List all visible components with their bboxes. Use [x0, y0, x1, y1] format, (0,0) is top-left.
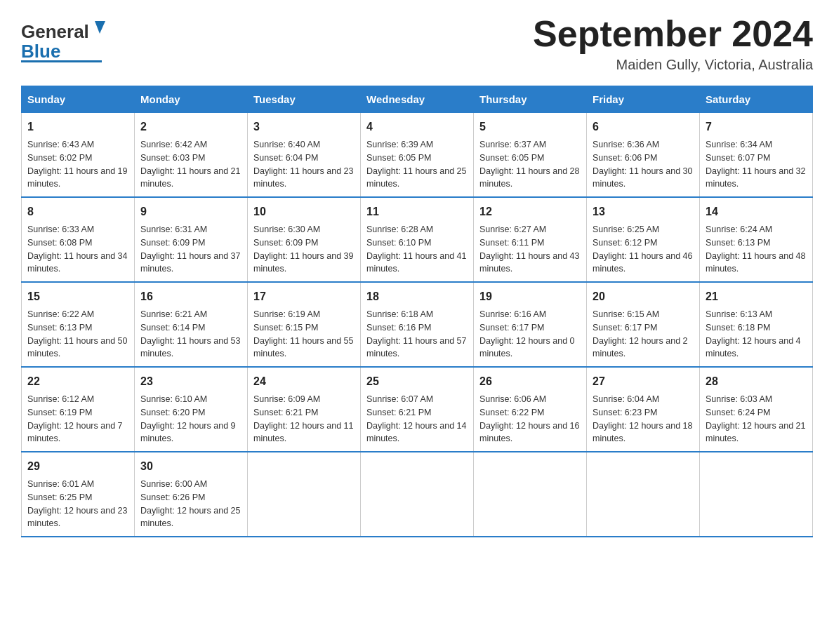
sunrise-info: Sunrise: 6:03 AM	[706, 394, 772, 404]
calendar-cell	[700, 452, 813, 537]
calendar-cell: 27Sunrise: 6:04 AMSunset: 6:23 PMDayligh…	[587, 367, 700, 452]
day-number: 12	[479, 203, 581, 220]
title-block: September 2024 Maiden Gully, Victoria, A…	[533, 14, 813, 73]
calendar-cell: 17Sunrise: 6:19 AMSunset: 6:15 PMDayligh…	[248, 282, 361, 367]
sunrise-info: Sunrise: 6:06 AM	[479, 394, 546, 404]
day-number: 17	[253, 288, 355, 305]
day-number: 26	[479, 373, 581, 390]
sunset-info: Sunset: 6:07 PM	[706, 153, 770, 163]
sunrise-info: Sunrise: 6:00 AM	[140, 479, 207, 489]
sunset-info: Sunset: 6:25 PM	[27, 492, 92, 502]
calendar-body: 1Sunrise: 6:43 AMSunset: 6:02 PMDaylight…	[22, 113, 813, 537]
day-number: 22	[27, 373, 128, 390]
sunset-info: Sunset: 6:22 PM	[479, 408, 544, 417]
sunrise-info: Sunrise: 6:04 AM	[593, 394, 659, 404]
day-number: 23	[140, 373, 241, 390]
sunrise-info: Sunrise: 6:16 AM	[479, 309, 546, 319]
sunrise-info: Sunrise: 6:07 AM	[366, 394, 433, 404]
daylight-info: Daylight: 11 hours and 30 minutes.	[593, 166, 692, 189]
calendar-cell: 10Sunrise: 6:30 AMSunset: 6:09 PMDayligh…	[248, 197, 361, 282]
daylight-info: Daylight: 11 hours and 50 minutes.	[27, 336, 127, 359]
daylight-info: Daylight: 12 hours and 9 minutes.	[140, 421, 236, 444]
calendar-week-0: 1Sunrise: 6:43 AMSunset: 6:02 PMDaylight…	[22, 113, 813, 198]
daylight-info: Daylight: 11 hours and 19 minutes.	[27, 166, 127, 189]
day-number: 5	[479, 119, 581, 135]
calendar-cell: 4Sunrise: 6:39 AMSunset: 6:05 PMDaylight…	[361, 113, 474, 198]
daylight-info: Daylight: 11 hours and 28 minutes.	[479, 166, 579, 189]
daylight-info: Daylight: 11 hours and 41 minutes.	[366, 251, 466, 274]
calendar-cell: 19Sunrise: 6:16 AMSunset: 6:17 PMDayligh…	[474, 282, 587, 367]
sunset-info: Sunset: 6:16 PM	[366, 323, 431, 333]
sunset-info: Sunset: 6:26 PM	[140, 492, 205, 502]
calendar-cell: 29Sunrise: 6:01 AMSunset: 6:25 PMDayligh…	[22, 452, 135, 537]
sunset-info: Sunset: 6:09 PM	[253, 238, 318, 248]
daylight-info: Daylight: 12 hours and 16 minutes.	[479, 421, 579, 444]
calendar-cell: 20Sunrise: 6:15 AMSunset: 6:17 PMDayligh…	[587, 282, 700, 367]
sunrise-info: Sunrise: 6:42 AM	[140, 140, 207, 149]
daylight-info: Daylight: 12 hours and 23 minutes.	[27, 506, 127, 529]
daylight-info: Daylight: 11 hours and 39 minutes.	[253, 251, 353, 274]
calendar-cell	[248, 452, 361, 537]
sunrise-info: Sunrise: 6:10 AM	[140, 394, 207, 404]
day-number: 1	[27, 119, 128, 135]
svg-marker-1	[95, 21, 105, 34]
calendar-cell: 5Sunrise: 6:37 AMSunset: 6:05 PMDaylight…	[474, 113, 587, 198]
day-number: 8	[27, 203, 128, 220]
calendar-cell: 13Sunrise: 6:25 AMSunset: 6:12 PMDayligh…	[587, 197, 700, 282]
sunset-info: Sunset: 6:03 PM	[140, 153, 205, 163]
sunrise-info: Sunrise: 6:13 AM	[706, 309, 772, 319]
sunrise-info: Sunrise: 6:18 AM	[366, 309, 433, 319]
daylight-info: Daylight: 11 hours and 48 minutes.	[706, 251, 805, 274]
day-number: 13	[593, 203, 694, 220]
calendar-cell: 18Sunrise: 6:18 AMSunset: 6:16 PMDayligh…	[361, 282, 474, 367]
sunset-info: Sunset: 6:24 PM	[706, 408, 770, 417]
day-number: 25	[366, 373, 468, 390]
daylight-info: Daylight: 11 hours and 32 minutes.	[706, 166, 805, 189]
sunset-info: Sunset: 6:23 PM	[593, 408, 657, 417]
sunrise-info: Sunrise: 6:22 AM	[27, 309, 94, 319]
calendar-cell: 30Sunrise: 6:00 AMSunset: 6:26 PMDayligh…	[135, 452, 248, 537]
calendar-cell: 25Sunrise: 6:07 AMSunset: 6:21 PMDayligh…	[361, 367, 474, 452]
logo-svg: General Blue	[21, 14, 105, 63]
sunrise-info: Sunrise: 6:31 AM	[140, 224, 207, 234]
svg-text:Blue: Blue	[21, 41, 60, 62]
sunset-info: Sunset: 6:04 PM	[253, 153, 318, 163]
sunrise-info: Sunrise: 6:39 AM	[366, 140, 433, 149]
day-number: 9	[140, 203, 241, 220]
day-number: 16	[140, 288, 241, 305]
sunset-info: Sunset: 6:02 PM	[27, 153, 92, 163]
daylight-info: Daylight: 11 hours and 46 minutes.	[593, 251, 692, 274]
day-number: 30	[140, 458, 241, 475]
sunset-info: Sunset: 6:21 PM	[366, 408, 431, 417]
sunrise-info: Sunrise: 6:25 AM	[593, 224, 659, 234]
calendar-week-1: 8Sunrise: 6:33 AMSunset: 6:08 PMDaylight…	[22, 197, 813, 282]
header-row: SundayMondayTuesdayWednesdayThursdayFrid…	[22, 86, 813, 113]
calendar-cell: 22Sunrise: 6:12 AMSunset: 6:19 PMDayligh…	[22, 367, 135, 452]
sunrise-info: Sunrise: 6:40 AM	[253, 140, 320, 149]
day-number: 7	[706, 119, 807, 135]
sunset-info: Sunset: 6:19 PM	[27, 408, 92, 417]
sunset-info: Sunset: 6:15 PM	[253, 323, 318, 333]
calendar-table: SundayMondayTuesdayWednesdayThursdayFrid…	[21, 86, 813, 537]
sunrise-info: Sunrise: 6:27 AM	[479, 224, 546, 234]
daylight-info: Daylight: 11 hours and 53 minutes.	[140, 336, 240, 359]
sunset-info: Sunset: 6:21 PM	[253, 408, 318, 417]
day-number: 27	[593, 373, 694, 390]
calendar-cell: 3Sunrise: 6:40 AMSunset: 6:04 PMDaylight…	[248, 113, 361, 198]
daylight-info: Daylight: 12 hours and 2 minutes.	[593, 336, 688, 359]
sunset-info: Sunset: 6:10 PM	[366, 238, 431, 248]
sunrise-info: Sunrise: 6:43 AM	[27, 140, 94, 149]
sunset-info: Sunset: 6:08 PM	[27, 238, 92, 248]
daylight-info: Daylight: 11 hours and 37 minutes.	[140, 251, 240, 274]
sunrise-info: Sunrise: 6:28 AM	[366, 224, 433, 234]
day-number: 14	[706, 203, 807, 220]
day-number: 28	[706, 373, 807, 390]
sunset-info: Sunset: 6:18 PM	[706, 323, 770, 333]
calendar-cell: 7Sunrise: 6:34 AMSunset: 6:07 PMDaylight…	[700, 113, 813, 198]
calendar-cell	[361, 452, 474, 537]
day-number: 10	[253, 203, 355, 220]
calendar-header: SundayMondayTuesdayWednesdayThursdayFrid…	[22, 86, 813, 113]
calendar-cell: 12Sunrise: 6:27 AMSunset: 6:11 PMDayligh…	[474, 197, 587, 282]
daylight-info: Daylight: 11 hours and 23 minutes.	[253, 166, 353, 189]
sunrise-info: Sunrise: 6:12 AM	[27, 394, 94, 404]
